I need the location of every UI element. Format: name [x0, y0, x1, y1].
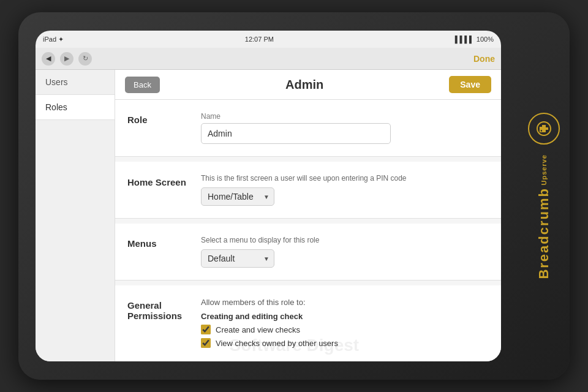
- status-bar: iPad ✦ 12:07 PM ▌▌▌▌ 100%: [36, 31, 501, 48]
- home-screen-section-label: Home Screen: [127, 174, 201, 206]
- permissions-section-label: General Permissions: [127, 298, 201, 352]
- app-area: Users Roles Back Admin Save Role: [36, 70, 501, 361]
- forward-nav-button[interactable]: ▶: [60, 52, 74, 66]
- view-others-label: View checks owned by other users: [216, 339, 338, 348]
- role-section: Role Name: [115, 100, 501, 157]
- home-screen-select[interactable]: Home/Table Order Entry Table View: [201, 187, 274, 206]
- brand-name-label: Breadcrumb: [536, 187, 552, 279]
- home-screen-description: This is the first screen a user will see…: [201, 174, 489, 183]
- refresh-icon: ↻: [83, 55, 88, 62]
- create-view-checkbox[interactable]: [201, 325, 211, 334]
- page-title: Admin: [285, 78, 323, 92]
- role-name-input[interactable]: [201, 123, 391, 144]
- device-frame: B Upserve Breadcrumb iPad ✦ 12:07 PM ▌▌▌…: [18, 12, 570, 380]
- done-button[interactable]: Done: [473, 54, 495, 64]
- status-time: 12:07 PM: [245, 36, 274, 43]
- status-right: ▌▌▌▌ 100%: [455, 36, 494, 43]
- back-nav-button[interactable]: ◀: [42, 52, 55, 66]
- home-screen-section: Home Screen This is the first screen a u…: [115, 162, 501, 219]
- ipad-label: iPad ✦: [43, 36, 64, 43]
- back-nav-icon: ◀: [46, 55, 51, 62]
- menus-content: Select a menu to display for this role D…: [201, 236, 489, 268]
- brand-logo: B: [528, 113, 560, 145]
- sidebar: Users Roles: [36, 70, 115, 361]
- menus-section: Menus Select a menu to display for this …: [115, 224, 501, 281]
- brand-panel: B Upserve Breadcrumb: [518, 12, 570, 380]
- menus-select-wrapper: Default Bar Brunch Dinner ▼: [201, 249, 274, 268]
- refresh-nav-button[interactable]: ↻: [78, 52, 92, 66]
- create-view-label: Create and view checks: [216, 325, 300, 334]
- home-screen-select-wrapper: Home/Table Order Entry Table View ▼: [201, 187, 274, 206]
- role-section-content: Name: [201, 112, 489, 144]
- tablet: iPad ✦ 12:07 PM ▌▌▌▌ 100% ◀ ▶ ↻ Done: [36, 31, 501, 361]
- home-screen-content: This is the first screen a user will see…: [201, 174, 489, 206]
- brand-upserve-label: Upserve: [540, 154, 548, 185]
- save-button[interactable]: Save: [449, 76, 491, 93]
- role-section-label: Role: [127, 112, 201, 144]
- menus-description: Select a menu to display for this role: [201, 236, 489, 244]
- main-content: Back Admin Save Role Name Home Screen: [115, 70, 501, 361]
- top-bar: Back Admin Save: [115, 70, 501, 100]
- permissions-content: Allow members of this role to: Creating …: [201, 298, 489, 352]
- sidebar-users-label: Users: [45, 77, 68, 87]
- sidebar-roles-label: Roles: [45, 102, 67, 112]
- menus-select[interactable]: Default Bar Brunch Dinner: [201, 249, 274, 268]
- signal-icon: ▌▌▌▌: [455, 36, 474, 43]
- status-left: iPad ✦: [43, 36, 64, 43]
- battery-label: 100%: [477, 36, 494, 43]
- general-permissions-section: General Permissions Allow members of thi…: [115, 285, 501, 361]
- permission-group-title: Creating and editing check: [201, 312, 489, 321]
- permission-create-view: Create and view checks: [201, 325, 489, 334]
- sidebar-item-users[interactable]: Users: [36, 70, 115, 95]
- view-others-checkbox[interactable]: [201, 338, 211, 348]
- svg-text:B: B: [539, 125, 545, 134]
- forward-nav-icon: ▶: [64, 55, 69, 62]
- permissions-intro: Allow members of this role to:: [201, 298, 489, 307]
- browser-bar: ◀ ▶ ↻ Done: [36, 48, 501, 70]
- back-button[interactable]: Back: [125, 77, 160, 93]
- permission-view-others: View checks owned by other users: [201, 338, 489, 348]
- menus-section-label: Menus: [127, 236, 201, 268]
- name-field-label: Name: [201, 112, 489, 121]
- sidebar-item-roles[interactable]: Roles: [36, 95, 115, 120]
